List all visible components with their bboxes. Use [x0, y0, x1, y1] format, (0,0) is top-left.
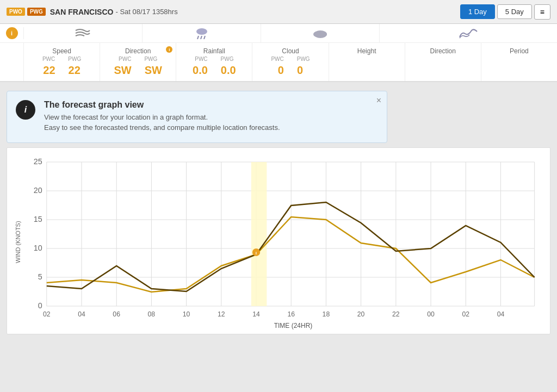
svg-text:06: 06 [113, 310, 120, 318]
svg-text:02: 02 [43, 310, 51, 318]
direction-sublabels: PWC PWG [119, 56, 157, 62]
svg-text:00: 00 [427, 310, 435, 318]
main-content: i [0, 24, 557, 392]
rainfall-stat: Rainfall PWC PWG 0.0 0.0 [176, 43, 252, 81]
height-stat: Height [329, 43, 405, 81]
height-val [365, 64, 368, 77]
svg-text:15: 15 [34, 215, 42, 223]
speed-sublabels: PWC PWG [42, 56, 81, 62]
direction-notification: i [166, 46, 172, 53]
direction-pwg: SW [145, 64, 162, 77]
height-label: Height [357, 47, 376, 55]
direction-label: Direction [125, 47, 151, 55]
5day-button[interactable]: 5 Day [497, 4, 532, 19]
svg-text:10: 10 [183, 310, 190, 318]
direction-pwc: SW [114, 64, 131, 77]
rainfall-pwg: 0.0 [221, 64, 236, 77]
cloud-stat: Cloud PWC PWG 0 0 [252, 43, 329, 81]
wave-icon [459, 27, 478, 39]
view-toggle-buttons: 1 Day 5 Day ≡ [460, 4, 550, 20]
logo-area: PWO PWG [7, 8, 46, 16]
svg-point-5 [313, 32, 321, 37]
info-panel: i The forecast graph view View the forec… [7, 91, 387, 143]
x-axis-label: TIME (24HR) [24, 322, 546, 329]
speed-pwg: 22 [69, 64, 81, 77]
1day-button[interactable]: 1 Day [460, 4, 495, 19]
period-sublabels [518, 56, 520, 62]
location-title: SAN FRANCISCO [50, 8, 114, 16]
rainfall-label: Rainfall [203, 47, 225, 55]
period-values [518, 64, 521, 77]
svg-text:5: 5 [38, 272, 42, 281]
svg-text:04: 04 [497, 310, 505, 318]
info-panel-icon: i [16, 100, 35, 120]
header-date: - Sat 08/17 1358hrs [115, 8, 177, 16]
height-sublabels [358, 56, 375, 62]
svg-text:02: 02 [462, 310, 469, 318]
svg-text:14: 14 [252, 310, 260, 318]
swell-direction-stat: Direction [405, 43, 481, 81]
svg-line-1 [197, 36, 199, 39]
svg-text:12: 12 [218, 310, 225, 318]
svg-text:i: i [256, 251, 257, 256]
speed-stat: Speed PWC PWG 22 22 [24, 43, 100, 81]
wind-direction-stat: i Direction PWC PWG SW SW [100, 43, 176, 81]
cloud-sublabels: PWC PWG [271, 56, 310, 62]
rainfall-pwc: 0.0 [193, 64, 208, 77]
cloud-values: 0 0 [278, 64, 303, 77]
logo-pwo: PWO [7, 8, 25, 16]
svg-text:18: 18 [323, 310, 330, 318]
chart-wrapper: WIND (KNOTS) [11, 154, 546, 329]
svg-line-2 [201, 36, 202, 39]
pwg-line [47, 202, 535, 291]
rainfall-values: 0.0 0.0 [193, 64, 236, 77]
svg-rect-34 [251, 162, 267, 306]
info-panel-text2: Easy to see the forecasted trends, and c… [44, 123, 280, 132]
chart-svg[interactable]: 25 20 15 10 5 0 [24, 154, 546, 318]
speed-pwc: 22 [43, 64, 55, 77]
svg-text:0: 0 [38, 301, 42, 310]
svg-text:16: 16 [287, 310, 295, 318]
info-panel-content: The forecast graph view View the forecas… [44, 100, 280, 134]
speed-values: 22 22 [43, 64, 81, 77]
svg-text:25: 25 [34, 157, 42, 166]
swell-direction-val [441, 64, 444, 77]
info-panel-text1: View the forecast for your location in a… [44, 113, 280, 121]
svg-text:08: 08 [148, 310, 156, 318]
info-close-button[interactable]: × [376, 96, 381, 105]
svg-text:22: 22 [392, 310, 400, 318]
cloud-pwg: 0 [297, 64, 303, 77]
swell-direction-values [441, 64, 444, 77]
svg-line-3 [204, 36, 205, 39]
svg-point-0 [196, 28, 207, 35]
period-label: Period [510, 47, 529, 55]
cloud-label: Cloud [282, 47, 299, 55]
menu-button[interactable]: ≡ [534, 4, 550, 20]
svg-text:10: 10 [34, 244, 42, 252]
info-panel-title: The forecast graph view [44, 100, 280, 110]
swell-direction-sublabels [442, 56, 444, 62]
period-stat: Period [481, 43, 557, 81]
direction-values: SW SW [114, 64, 162, 77]
cloud-icon [312, 27, 329, 39]
svg-text:04: 04 [78, 310, 85, 318]
speed-label: Speed [52, 47, 71, 55]
top-data-section: i [0, 24, 557, 82]
rainfall-sublabels: PWC PWG [195, 56, 233, 62]
rain-icon [194, 27, 209, 39]
svg-point-6 [320, 32, 327, 36]
header: PWO PWG SAN FRANCISCO - Sat 08/17 1358hr… [0, 0, 557, 24]
y-axis-label: WIND (KNOTS) [11, 154, 24, 329]
wind-icon [75, 27, 92, 39]
logo-pwg: PWG [27, 8, 46, 16]
svg-text:20: 20 [357, 310, 365, 318]
chart-container: WIND (KNOTS) [7, 147, 550, 334]
height-values [365, 64, 368, 77]
swell-direction-label: Direction [430, 47, 456, 55]
cloud-pwc: 0 [278, 64, 284, 77]
info-circle-top[interactable]: i [6, 27, 18, 39]
period-val [518, 64, 521, 77]
svg-text:20: 20 [34, 186, 42, 195]
chart-svg-area[interactable]: 25 20 15 10 5 0 [24, 154, 546, 329]
